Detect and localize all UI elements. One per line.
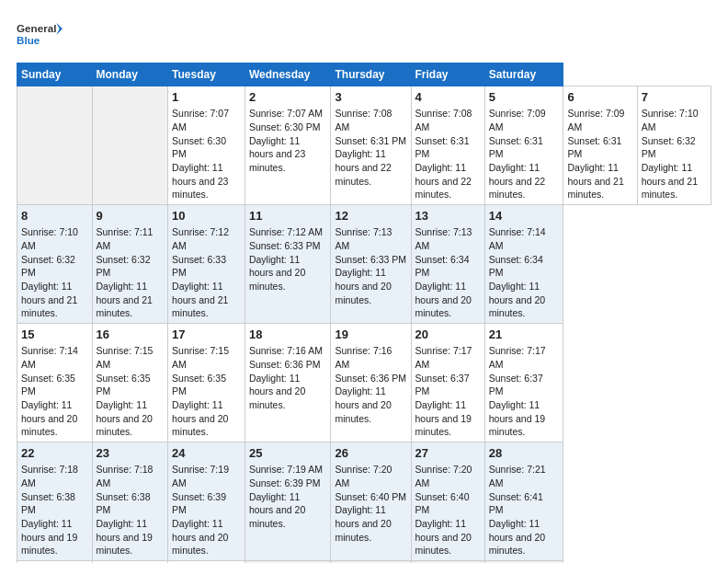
empty-cell bbox=[92, 86, 168, 205]
daylight: Daylight: 11 hours and 20 minutes. bbox=[249, 491, 305, 529]
sunset: Sunset: 6:31 PM bbox=[567, 135, 621, 160]
day-number: 7 bbox=[642, 89, 707, 106]
day-number: 8 bbox=[21, 208, 88, 224]
sunrise: Sunrise: 7:10 AM bbox=[642, 108, 699, 132]
daylight: Daylight: 11 hours and 19 minutes. bbox=[415, 399, 472, 437]
day-number: 4 bbox=[415, 89, 481, 106]
sunrise: Sunrise: 7:13 AM bbox=[415, 226, 472, 251]
daylight: Daylight: 11 hours and 20 minutes. bbox=[172, 518, 228, 556]
sunrise: Sunrise: 7:14 AM bbox=[21, 345, 78, 370]
day-cell-5: 5 Sunrise: 7:09 AM Sunset: 6:31 PM Dayli… bbox=[484, 86, 563, 205]
sunset: Sunset: 6:34 PM bbox=[489, 254, 543, 279]
daylight: Daylight: 11 hours and 19 minutes. bbox=[489, 399, 545, 437]
day-number: 1 bbox=[172, 89, 241, 106]
daylight: Daylight: 11 hours and 23 minutes. bbox=[249, 135, 305, 173]
day-cell-17: 17 Sunrise: 7:15 AM Sunset: 6:35 PM Dayl… bbox=[168, 324, 245, 442]
week-row-3: 15 Sunrise: 7:14 AM Sunset: 6:35 PM Dayl… bbox=[17, 324, 711, 442]
sunset: Sunset: 6:36 PM bbox=[335, 373, 406, 384]
week-row-4: 22 Sunrise: 7:18 AM Sunset: 6:38 PM Dayl… bbox=[17, 442, 711, 561]
day-number: 25 bbox=[249, 445, 327, 462]
day-cell-14: 14 Sunrise: 7:14 AM Sunset: 6:34 PM Dayl… bbox=[484, 205, 563, 324]
day-number: 28 bbox=[489, 445, 560, 462]
sunrise: Sunrise: 7:11 AM bbox=[97, 226, 154, 251]
day-number: 17 bbox=[172, 327, 241, 343]
daylight: Daylight: 11 hours and 20 minutes. bbox=[335, 504, 391, 542]
sunset: Sunset: 6:31 PM bbox=[489, 135, 543, 160]
daylight: Daylight: 11 hours and 19 minutes. bbox=[97, 518, 153, 556]
day-number: 11 bbox=[249, 208, 327, 224]
sunset: Sunset: 6:30 PM bbox=[249, 121, 321, 132]
daylight: Daylight: 11 hours and 20 minutes. bbox=[249, 373, 305, 410]
sunrise: Sunrise: 7:09 AM bbox=[489, 108, 546, 132]
sunset: Sunset: 6:38 PM bbox=[97, 491, 151, 516]
daylight: Daylight: 11 hours and 21 minutes. bbox=[172, 281, 228, 318]
sunrise: Sunrise: 7:20 AM bbox=[415, 464, 472, 488]
sunrise: Sunrise: 7:17 AM bbox=[415, 345, 472, 370]
day-cell-24: 24 Sunrise: 7:19 AM Sunset: 6:39 PM Dayl… bbox=[168, 442, 245, 561]
svg-text:Blue: Blue bbox=[17, 34, 40, 46]
day-cell-25: 25 Sunrise: 7:19 AM Sunset: 6:39 PM Dayl… bbox=[245, 442, 331, 561]
header: General Blue bbox=[17, 17, 711, 53]
day-cell-2: 2 Sunrise: 7:07 AM Sunset: 6:30 PM Dayli… bbox=[245, 86, 331, 205]
daylight: Daylight: 11 hours and 22 minutes. bbox=[489, 162, 545, 200]
sunset: Sunset: 6:30 PM bbox=[172, 135, 226, 160]
day-cell-28: 28 Sunrise: 7:21 AM Sunset: 6:41 PM Dayl… bbox=[484, 442, 563, 561]
day-cell-20: 20 Sunrise: 7:17 AM Sunset: 6:37 PM Dayl… bbox=[411, 324, 484, 442]
sunset: Sunset: 6:37 PM bbox=[489, 373, 543, 397]
day-cell-22: 22 Sunrise: 7:18 AM Sunset: 6:38 PM Dayl… bbox=[17, 442, 93, 561]
logo: General Blue bbox=[17, 17, 63, 53]
day-number: 16 bbox=[97, 327, 165, 343]
week-row-2: 8 Sunrise: 7:10 AM Sunset: 6:32 PM Dayli… bbox=[17, 205, 711, 324]
day-number: 19 bbox=[335, 327, 406, 343]
day-number: 5 bbox=[489, 89, 560, 106]
daylight: Daylight: 11 hours and 21 minutes. bbox=[642, 162, 698, 200]
sunrise: Sunrise: 7:07 AM bbox=[172, 108, 229, 132]
sunset: Sunset: 6:32 PM bbox=[642, 135, 696, 160]
day-cell-12: 12 Sunrise: 7:13 AM Sunset: 6:33 PM Dayl… bbox=[331, 205, 411, 324]
sunrise: Sunrise: 7:17 AM bbox=[489, 345, 546, 370]
day-number: 27 bbox=[415, 445, 481, 462]
daylight: Daylight: 11 hours and 20 minutes. bbox=[249, 254, 305, 292]
sunset: Sunset: 6:37 PM bbox=[415, 373, 470, 397]
sunrise: Sunrise: 7:08 AM bbox=[415, 108, 472, 132]
day-cell-27: 27 Sunrise: 7:20 AM Sunset: 6:40 PM Dayl… bbox=[411, 442, 484, 561]
sunrise: Sunrise: 7:09 AM bbox=[567, 108, 624, 132]
daylight: Daylight: 11 hours and 20 minutes. bbox=[97, 399, 153, 437]
daylight: Daylight: 11 hours and 22 minutes. bbox=[335, 148, 391, 186]
daylight: Daylight: 11 hours and 20 minutes. bbox=[415, 518, 472, 556]
day-cell-8: 8 Sunrise: 7:10 AM Sunset: 6:32 PM Dayli… bbox=[17, 205, 93, 324]
day-number: 21 bbox=[489, 327, 560, 343]
day-cell-15: 15 Sunrise: 7:14 AM Sunset: 6:35 PM Dayl… bbox=[17, 324, 93, 442]
sunrise: Sunrise: 7:15 AM bbox=[97, 345, 154, 370]
day-number: 18 bbox=[249, 327, 327, 343]
day-number: 9 bbox=[97, 208, 165, 224]
day-cell-13: 13 Sunrise: 7:13 AM Sunset: 6:34 PM Dayl… bbox=[411, 205, 484, 324]
daylight: Daylight: 11 hours and 20 minutes. bbox=[335, 385, 391, 423]
daylight: Daylight: 11 hours and 23 minutes. bbox=[172, 162, 228, 200]
day-cell-16: 16 Sunrise: 7:15 AM Sunset: 6:35 PM Dayl… bbox=[92, 324, 168, 442]
sunset: Sunset: 6:33 PM bbox=[249, 240, 321, 251]
day-number: 12 bbox=[335, 208, 406, 224]
day-number: 24 bbox=[172, 445, 241, 462]
day-number: 26 bbox=[335, 445, 406, 462]
sunrise: Sunrise: 7:13 AM bbox=[335, 226, 392, 251]
day-header-monday: Monday bbox=[92, 63, 168, 86]
sunset: Sunset: 6:39 PM bbox=[172, 491, 226, 516]
sunset: Sunset: 6:35 PM bbox=[21, 373, 75, 397]
daylight: Daylight: 11 hours and 20 minutes. bbox=[489, 281, 545, 318]
daylight: Daylight: 11 hours and 20 minutes. bbox=[335, 267, 391, 304]
day-header-tuesday: Tuesday bbox=[168, 63, 245, 86]
day-cell-18: 18 Sunrise: 7:16 AM Sunset: 6:36 PM Dayl… bbox=[245, 324, 331, 442]
sunset: Sunset: 6:39 PM bbox=[249, 477, 321, 488]
sunset: Sunset: 6:40 PM bbox=[335, 491, 406, 502]
day-cell-9: 9 Sunrise: 7:11 AM Sunset: 6:32 PM Dayli… bbox=[92, 205, 168, 324]
sunrise: Sunrise: 7:18 AM bbox=[97, 464, 154, 488]
page: General Blue SundayMondayTuesdayWednesda… bbox=[0, 0, 728, 563]
daylight: Daylight: 11 hours and 19 minutes. bbox=[21, 518, 77, 556]
day-cell-21: 21 Sunrise: 7:17 AM Sunset: 6:37 PM Dayl… bbox=[484, 324, 563, 442]
sunset: Sunset: 6:32 PM bbox=[97, 254, 151, 279]
sunrise: Sunrise: 7:16 AM bbox=[249, 345, 323, 356]
sunrise: Sunrise: 7:19 AM bbox=[249, 464, 323, 475]
day-cell-11: 11 Sunrise: 7:12 AM Sunset: 6:33 PM Dayl… bbox=[245, 205, 331, 324]
sunset: Sunset: 6:41 PM bbox=[489, 491, 543, 516]
